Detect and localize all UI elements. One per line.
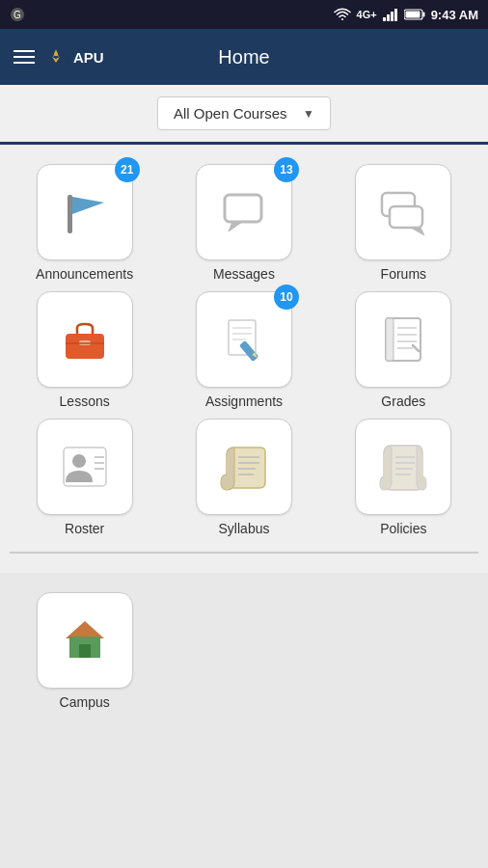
syllabus-label: Syllabus xyxy=(219,521,270,536)
svg-rect-8 xyxy=(405,12,420,18)
bottom-grid: Campus xyxy=(10,592,478,710)
hangouts-icon: G xyxy=(10,7,25,22)
status-left: G xyxy=(10,7,25,22)
status-bar: G 4G+ 9:43 AM xyxy=(0,0,488,29)
announcements-badge: 21 xyxy=(115,157,140,182)
status-right: 4G+ 9:43 AM xyxy=(334,8,478,22)
lessons-item[interactable]: Lessons xyxy=(10,291,159,409)
apu-label: APU xyxy=(73,49,104,66)
campus-item[interactable]: Campus xyxy=(10,592,159,710)
syllabus-icon xyxy=(217,440,271,494)
briefcase-icon xyxy=(58,312,112,366)
dropdown-label: All Open Courses xyxy=(174,105,287,122)
page-title: Home xyxy=(218,46,269,68)
messages-item[interactable]: 13 Messages xyxy=(169,164,318,282)
grades-label: Grades xyxy=(381,393,425,409)
svg-rect-2 xyxy=(383,17,386,21)
grades-icon xyxy=(376,312,430,366)
messages-label: Messages xyxy=(213,266,275,282)
messages-badge: 13 xyxy=(274,157,299,182)
syllabus-icon-box[interactable] xyxy=(196,419,292,515)
message-icon xyxy=(217,185,271,239)
svg-rect-7 xyxy=(422,13,424,17)
section-divider xyxy=(10,552,478,554)
svg-rect-5 xyxy=(394,9,397,21)
policies-icon-box[interactable] xyxy=(355,419,451,515)
svg-point-31 xyxy=(72,454,86,468)
svg-marker-43 xyxy=(66,621,104,638)
svg-rect-15 xyxy=(66,334,104,359)
signal-icon xyxy=(383,8,398,21)
assignments-icon-box[interactable]: 10 xyxy=(196,291,292,388)
icon-grid: 21 Announcements 13 Messages xyxy=(10,164,478,536)
battery-icon xyxy=(404,9,425,20)
campus-icon-box[interactable] xyxy=(37,592,133,689)
svg-rect-14 xyxy=(390,206,422,228)
announcements-label: Announcements xyxy=(36,266,133,282)
svg-rect-4 xyxy=(391,12,393,21)
policies-label: Policies xyxy=(380,521,426,536)
wifi-icon xyxy=(334,8,351,21)
forums-label: Forums xyxy=(381,266,426,282)
house-icon xyxy=(58,613,112,667)
assignments-item[interactable]: 10 Assignments xyxy=(169,291,318,409)
forums-item[interactable]: Forums xyxy=(329,164,478,282)
assignment-icon xyxy=(217,312,271,366)
eagle-icon xyxy=(42,43,69,70)
forums-icon-box[interactable] xyxy=(355,164,451,260)
policies-item[interactable]: Policies xyxy=(329,419,478,536)
svg-point-10 xyxy=(54,52,58,56)
campus-label: Campus xyxy=(60,694,110,710)
grades-item[interactable]: Grades xyxy=(329,291,478,409)
syllabus-item[interactable]: Syllabus xyxy=(169,419,318,536)
policies-icon xyxy=(376,440,430,494)
roster-label: Roster xyxy=(65,521,104,536)
messages-icon-box[interactable]: 13 xyxy=(196,164,292,260)
assignments-badge: 10 xyxy=(274,285,299,310)
courses-dropdown[interactable]: All Open Courses ▼ xyxy=(157,96,331,130)
svg-rect-25 xyxy=(386,318,393,361)
apu-logo: APU xyxy=(42,43,104,70)
lessons-icon-box[interactable] xyxy=(37,291,133,388)
flag-icon xyxy=(58,185,112,239)
svg-point-9 xyxy=(43,44,68,69)
announcements-icon-box[interactable]: 21 xyxy=(37,164,133,260)
network-label: 4G+ xyxy=(357,9,377,20)
hamburger-menu[interactable] xyxy=(14,50,35,64)
svg-rect-45 xyxy=(79,644,91,658)
main-grid-area: 21 Announcements 13 Messages xyxy=(0,142,488,573)
svg-rect-11 xyxy=(68,195,72,233)
forum-icon xyxy=(376,185,430,239)
lessons-label: Lessons xyxy=(60,393,110,409)
app-header: APU Home xyxy=(0,29,488,85)
bottom-section: Campus xyxy=(0,573,488,733)
roster-icon-box[interactable] xyxy=(37,419,133,515)
svg-rect-3 xyxy=(387,14,390,21)
svg-rect-12 xyxy=(225,195,261,222)
assignments-label: Assignments xyxy=(205,393,283,409)
roster-icon xyxy=(58,440,112,494)
grades-icon-box[interactable] xyxy=(355,291,451,388)
roster-item[interactable]: Roster xyxy=(10,419,159,536)
time-display: 9:43 AM xyxy=(431,8,478,22)
chevron-down-icon: ▼ xyxy=(303,107,314,121)
svg-text:G: G xyxy=(14,10,21,20)
announcements-item[interactable]: 21 Announcements xyxy=(10,164,159,282)
dropdown-bar: All Open Courses ▼ xyxy=(0,85,488,142)
